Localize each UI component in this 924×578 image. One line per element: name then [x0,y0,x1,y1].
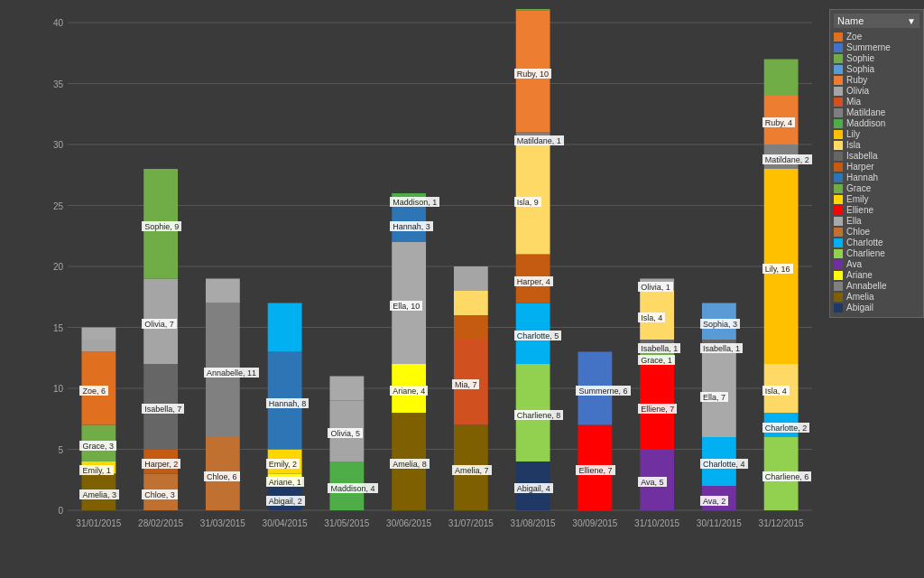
bar-label: Elliene, 7 [638,404,677,414]
svg-text:31/05/2015: 31/05/2015 [324,518,369,528]
bar-label: Charliene, 8 [514,410,564,420]
legend-item-ruby: Ruby [834,75,919,85]
bar-label: Chloe, 6 [204,471,240,481]
legend-title-text: Name [837,15,864,26]
legend-item-sophia: Sophia [834,64,919,74]
legend-item-maddison: Maddison [834,118,919,128]
bar-label: Ella, 7 [700,392,728,402]
bar-label: Charliene, 6 [762,471,812,481]
legend-items: ZoeSummerneSophieSophiaRubyOliviaMiaMati… [834,32,919,312]
svg-text:31/10/2015: 31/10/2015 [634,518,679,528]
bar-segment-olivia [81,340,116,352]
legend-item-charliene: Charliene [834,248,919,258]
bar-label: Ella, 10 [390,301,422,311]
legend-item-mia: Mia [834,97,919,107]
bar-label: Charlotte, 2 [762,423,810,433]
svg-text:30/04/2015: 30/04/2015 [263,518,308,528]
legend-item-matildane: Matildane [834,107,919,117]
bar-segment-ella [206,279,240,303]
bar-label: Maddison, 1 [390,197,439,207]
legend-item-charlotte: Charlotte [834,238,919,247]
bar-label: Sophie, 9 [142,221,181,231]
legend-item-isla: Isla [834,140,919,150]
bar-label: Grace, 3 [79,441,116,451]
bar-segment-sophie [516,9,550,11]
legend-item-zoe: Zoe [834,32,919,42]
svg-text:15: 15 [53,323,64,333]
svg-text:10: 10 [53,384,64,394]
bar-label: Amelia, 3 [79,489,119,499]
svg-text:30/09/2015: 30/09/2015 [572,518,617,528]
bar-label: Emily, 1 [79,465,113,475]
svg-text:30: 30 [53,140,64,150]
bar-label: Harper, 2 [142,459,180,469]
bar-label: Ruby, 10 [514,69,551,79]
legend-item-abigail: Abigail [834,303,919,312]
legend-item-summerne: Summerne [834,42,919,52]
svg-text:31/08/2015: 31/08/2015 [511,518,556,528]
bar-label: Hannah, 3 [390,221,433,231]
bar-label: Elliene, 7 [576,465,614,475]
bar-label: Annabelle, 11 [204,368,259,378]
bar-segment-sophie [764,60,799,97]
svg-text:30/11/2015: 30/11/2015 [697,518,742,528]
bar-label: Isabella, 7 [142,404,184,414]
legend-item-ariane: Ariane [834,270,919,280]
legend-item-olivia: Olivia [834,86,919,96]
bar-label: Ariane, 4 [390,386,428,396]
bar-label: Isla, 9 [514,197,541,207]
svg-text:0: 0 [58,506,63,516]
legend-item-elliene: Elliene [834,205,919,215]
bar-label: Olivia, 7 [142,319,177,329]
bar-label: Charlotte, 4 [700,459,748,469]
bar-label: Matildane, 2 [762,154,812,164]
svg-text:31/07/2015: 31/07/2015 [448,518,494,528]
chart-svg: 31/01/201528/02/201531/03/201530/04/2015… [36,9,821,546]
bar-label: Ava, 5 [638,477,666,487]
chart-wrapper: Name ▼ ZoeSummerneSophieSophiaRubyOlivia… [0,0,924,578]
bar-label: Mia, 7 [452,379,480,389]
bar-label: Charlotte, 5 [514,331,562,340]
bar-label: Matildane, 1 [514,135,564,145]
legend-item-sophie: Sophie [834,53,919,63]
legend-dropdown-icon[interactable]: ▼ [907,16,916,26]
legend-item-ella: Ella [834,216,919,226]
legend-title[interactable]: Name ▼ [834,14,919,28]
chart-legend: Name ▼ ZoeSummerneSophieSophiaRubyOlivia… [829,9,924,318]
legend-item-hannah: Hannah [834,172,919,182]
bar-label: Amelia, 8 [390,459,430,469]
bar-label: Ruby, 4 [762,117,795,127]
svg-text:35: 35 [53,79,64,89]
legend-item-annabelle: Annabelle [834,281,919,291]
legend-item-grace: Grace [834,183,919,193]
legend-item-amelia: Amelia [834,292,919,302]
bar-label: Olivia, 5 [328,428,363,438]
bar-label: Emily, 2 [266,459,300,469]
bar-segment-olivia [454,266,488,291]
legend-item-chloe: Chloe [834,227,919,237]
bar-label: Sophia, 3 [700,319,740,329]
bar-label: Isla, 4 [762,386,790,396]
bar-label: Zoe, 6 [79,386,108,396]
bar-segment-harper [454,315,488,340]
bar-label: Ava, 2 [700,496,728,506]
bar-label: Harper, 4 [514,276,553,286]
bar-label: Grace, 1 [638,355,675,365]
bar-segment-charlotte [268,303,302,352]
bar-label: Hannah, 8 [266,398,310,408]
legend-item-ava: Ava [834,259,919,269]
svg-text:25: 25 [53,201,64,211]
legend-item-isabella: Isabella [834,151,919,161]
bar-label: Abigail, 2 [266,496,305,506]
svg-text:28/02/2015: 28/02/2015 [138,518,183,528]
bar-label: Olivia, 1 [638,282,673,292]
bar-label: Lily, 16 [762,264,793,274]
bar-label: Amelia, 7 [452,465,492,475]
bar-label: Maddison, 4 [328,483,377,493]
svg-text:31/01/2015: 31/01/2015 [76,518,121,528]
svg-text:31/12/2015: 31/12/2015 [759,518,804,528]
svg-text:31/03/2015: 31/03/2015 [200,518,245,528]
svg-text:30/06/2015: 30/06/2015 [386,518,431,528]
bar-label: Isabella, 1 [700,343,743,353]
bar-segment-ella [81,328,116,340]
